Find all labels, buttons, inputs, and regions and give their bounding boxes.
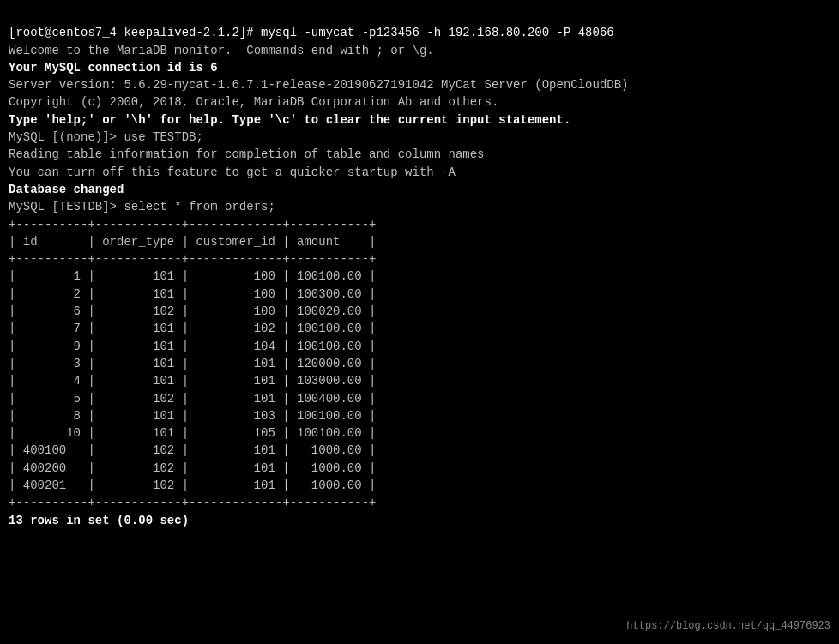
- terminal-line-17: +----------+------------+-------------+-…: [9, 250, 830, 268]
- terminal-line-0: [root@centos7_4 keepalived-2.1.2]# mysql…: [9, 24, 830, 41]
- terminal-line-11: You can turn off this feature to get a q…: [9, 164, 830, 181]
- terminal-line-22: | 9 | 101 | 104 | 100100.00 |: [9, 338, 830, 355]
- terminal-line-31: +----------+------------+-------------+-…: [9, 494, 830, 511]
- terminal-line-20: | 6 | 102 | 100 | 100020.00 |: [9, 303, 830, 320]
- terminal-line-30: | 400201 | 102 | 101 | 1000.00 |: [9, 477, 830, 494]
- terminal-line-14: MySQL [TESTDB]> select * from orders;: [9, 198, 830, 215]
- terminal-line-21: | 7 | 101 | 102 | 100100.00 |: [9, 320, 830, 337]
- terminal-line-1: Welcome to the MariaDB monitor. Commands…: [9, 42, 830, 59]
- terminal-line-7: Type 'help;' or '\h' for help. Type '\c'…: [9, 111, 830, 129]
- terminal-line-3: Server version: 5.6.29-mycat-1.6.7.1-rel…: [9, 76, 830, 93]
- terminal-line-16: | id | order_type | customer_id | amount…: [9, 233, 830, 250]
- terminal-line-32: 13 rows in set (0.00 sec): [9, 512, 830, 529]
- terminal-line-19: | 2 | 101 | 100 | 100300.00 |: [9, 286, 830, 303]
- terminal-line-10: Reading table information for completion…: [9, 146, 830, 163]
- terminal-line-27: | 10 | 101 | 105 | 100100.00 |: [9, 424, 830, 442]
- terminal-line-29: | 400200 | 102 | 101 | 1000.00 |: [9, 460, 830, 477]
- terminal-line-28: | 400100 | 102 | 101 | 1000.00 |: [9, 442, 830, 459]
- terminal-line-26: | 8 | 101 | 103 | 100100.00 |: [9, 407, 830, 424]
- terminal-line-15: +----------+------------+-------------+-…: [9, 216, 830, 233]
- watermark: https://blog.csdn.net/qq_44976923: [626, 619, 830, 634]
- terminal-line-23: | 3 | 101 | 101 | 120000.00 |: [9, 355, 830, 372]
- terminal-line-5: Copyright (c) 2000, 2018, Oracle, MariaD…: [9, 93, 830, 111]
- terminal-line-9: MySQL [(none)]> use TESTDB;: [9, 129, 830, 146]
- terminal-line-13: Database changed: [9, 181, 830, 198]
- terminal-line-24: | 4 | 101 | 101 | 103000.00 |: [9, 372, 830, 389]
- terminal-line-18: | 1 | 101 | 100 | 100100.00 |: [9, 268, 830, 285]
- terminal-line-2: Your MySQL connection id is 6: [9, 59, 830, 76]
- terminal-output: [root@centos7_4 keepalived-2.1.2]# mysql…: [9, 7, 830, 637]
- terminal-line-25: | 5 | 102 | 101 | 100400.00 |: [9, 390, 830, 407]
